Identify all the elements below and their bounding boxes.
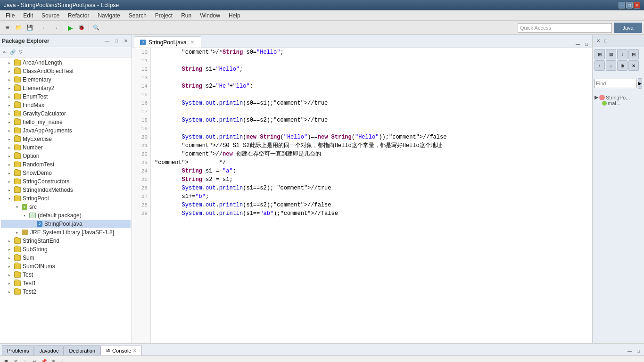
tree-item-test[interactable]: ▸Test (1, 271, 131, 279)
maximize-button[interactable]: □ (626, 2, 633, 8)
rp-btn-8[interactable]: ✕ (628, 60, 639, 71)
line-number-10: 10 (132, 48, 148, 57)
console-scroll-btn[interactable]: ↓ (21, 357, 29, 362)
bottom-min-btn[interactable]: — (626, 347, 634, 354)
pe-collapse-btn[interactable]: ⇤ (1, 49, 8, 56)
tree-item-showdemo[interactable]: ▸ShowDemo (1, 169, 131, 177)
rp-btn-5[interactable]: ↑ (594, 60, 605, 71)
rp-max-btn[interactable]: □ (602, 37, 610, 45)
console-pin-btn[interactable]: 📌 (40, 357, 48, 362)
tree-item-number[interactable]: ▸Number (1, 143, 131, 152)
tree-item-test1[interactable]: ▸Test1 (1, 279, 131, 288)
pe-minimize-btn[interactable]: — (103, 37, 111, 45)
rp-btn-1[interactable]: ⊞ (594, 49, 605, 59)
chevron-icon: ▸ (8, 171, 13, 175)
tree-item-javaapparguments[interactable]: ▸JavaAppArguments (1, 126, 131, 135)
menu-item-edit[interactable]: Edit (19, 11, 37, 20)
menu-item-help[interactable]: Help (225, 11, 244, 20)
code-line-15 (155, 90, 588, 99)
toolbar-new-btn[interactable]: ⊕ (2, 23, 12, 33)
menu-item-run[interactable]: Run (177, 11, 195, 20)
bottom-tab-console[interactable]: 🖥 Console ✕ (100, 345, 142, 355)
rp-find-btn[interactable]: ▶ (638, 78, 642, 89)
tree-item-areaandlength[interactable]: ▸AreaAndLength (1, 58, 131, 67)
bottom-max-btn[interactable]: □ (635, 347, 642, 354)
menu-item-source[interactable]: Source (38, 11, 63, 20)
toolbar-debug-btn[interactable]: 🐞 (76, 23, 87, 33)
toolbar-run-btn[interactable]: ▶ (65, 23, 75, 33)
tree-item-test2[interactable]: ▸Test2 (1, 288, 131, 296)
tree-item-myexercise[interactable]: ▸MyExercise (1, 135, 131, 143)
tree-item-src[interactable]: ▾ssrc (1, 203, 131, 211)
tree-item-elementary[interactable]: ▸Elementary (1, 75, 131, 84)
editor-tab-stringpool[interactable]: J StringPool.java ✕ (134, 36, 201, 48)
tree-item-hello-my-name[interactable]: ▸hello_my_name (1, 118, 131, 126)
tree-item-stringstartend[interactable]: ▸StringStartEnd (1, 237, 131, 245)
menu-item-refactor[interactable]: Refactor (64, 11, 93, 20)
tree-item-findmax[interactable]: ▸FindMax (1, 101, 131, 109)
tree-item-randomtest[interactable]: ▸RandomTest (1, 160, 131, 169)
toolbar-back-btn[interactable]: ← (39, 23, 50, 33)
tree-item-jre-system-library--javase-1-8-[interactable]: ▸JRE System Library [JavaSE-1.8] (1, 228, 131, 237)
tree-item-enumtest[interactable]: ▸EnumTest (1, 92, 131, 101)
rp-tree-item[interactable]: ▶ StringPo... (594, 94, 642, 100)
menu-item-window[interactable]: Window (196, 11, 224, 20)
console-options-btn[interactable]: ⋮ (58, 357, 67, 362)
tree-item-option[interactable]: ▸Option (1, 152, 131, 160)
code-line-26: System.out.println(s1==s2); "comment">//… (155, 184, 588, 192)
bottom-tab-javadoc[interactable]: Javadoc (34, 345, 64, 355)
editor-tab-close[interactable]: ✕ (190, 40, 195, 45)
toolbar-open-btn[interactable]: 📁 (13, 23, 24, 33)
tree-item-sum[interactable]: ▸Sum (1, 254, 131, 262)
rp-btn-3[interactable]: ↕ (617, 49, 627, 59)
close-button[interactable]: ✕ (634, 2, 640, 8)
tree-item-substring[interactable]: ▸SubString (1, 245, 131, 254)
perspective-button[interactable]: Java (614, 23, 642, 33)
tree-item-stringindexmethods[interactable]: ▸StringIndexMethods (1, 186, 131, 194)
menu-item-search[interactable]: Search (125, 11, 150, 20)
tree-label: ShowDemo (23, 170, 52, 176)
console-word-wrap-btn[interactable]: ↩ (30, 357, 39, 362)
rp-btn-2[interactable]: ⊠ (606, 49, 616, 59)
code-line-21: "comment">//S0 S1 S2此际上是用的同一个对象，都指向Hello… (155, 141, 588, 150)
pe-link-btn[interactable]: 🔗 (9, 49, 17, 56)
pe-close-btn[interactable]: ✕ (122, 37, 130, 45)
rp-tree-child[interactable]: mai... (594, 100, 642, 106)
menu-item-project[interactable]: Project (151, 11, 176, 20)
console-terminate-btn[interactable]: ⏹ (2, 357, 10, 362)
tree-label: MyExercise (23, 136, 52, 142)
rp-close-btn[interactable]: ✕ (594, 37, 602, 45)
bottom-tab-problems[interactable]: Problems (2, 345, 34, 355)
code-content[interactable]: "comment">/*String s0="Hello"; String s1… (151, 48, 592, 343)
editor-max-btn[interactable]: □ (583, 40, 590, 48)
bottom-tab-console-close[interactable]: ✕ (133, 348, 137, 353)
tree-item-elementary2[interactable]: ▸Elementary2 (1, 84, 131, 92)
editor-min-btn[interactable]: — (574, 40, 582, 48)
pe-filter-btn[interactable]: ▽ (17, 49, 25, 56)
tree-item-stringpool-java[interactable]: JStringPool.java (1, 220, 131, 228)
folder-icon (14, 60, 21, 66)
console-new-btn[interactable]: ⊕ (49, 357, 58, 362)
tree-item--default-package-[interactable]: ▾(default package) (1, 211, 131, 220)
tree-item-sumofnums[interactable]: ▸SumOfNums (1, 262, 131, 271)
tree-item-stringpool[interactable]: ▾StringPool (1, 194, 131, 203)
rp-btn-6[interactable]: ↓ (606, 60, 616, 71)
tree-item-stringconstructors[interactable]: ▸StringConstructors (1, 177, 131, 186)
bottom-tabs: Problems Javadoc Declaration 🖥 Console ✕… (0, 344, 644, 356)
menu-item-navigate[interactable]: Navigate (94, 11, 124, 20)
toolbar-save-btn[interactable]: 💾 (25, 23, 35, 33)
pe-tree[interactable]: ▸AreaAndLength▸ClassAndObjectTest▸Elemen… (0, 58, 132, 343)
rp-btn-7[interactable]: ⊕ (617, 60, 627, 71)
minimize-button[interactable]: — (619, 2, 625, 8)
bottom-tab-controls: — □ (626, 347, 642, 355)
console-clear-btn[interactable]: ✕ (11, 357, 20, 362)
tree-item-classandobjecttest[interactable]: ▸ClassAndObjectTest (1, 67, 131, 75)
menu-item-file[interactable]: File (2, 11, 18, 20)
rp-find-input[interactable] (594, 79, 637, 88)
toolbar-forward-btn[interactable]: → (50, 23, 61, 33)
rp-btn-4[interactable]: ⊟ (628, 49, 639, 59)
tree-item-gravitycalculator[interactable]: ▸GravityCalculator (1, 109, 131, 118)
bottom-tab-declaration[interactable]: Declaration (64, 345, 100, 355)
pe-maximize-btn[interactable]: □ (113, 37, 120, 45)
toolbar-search-btn[interactable]: 🔍 (91, 23, 101, 33)
